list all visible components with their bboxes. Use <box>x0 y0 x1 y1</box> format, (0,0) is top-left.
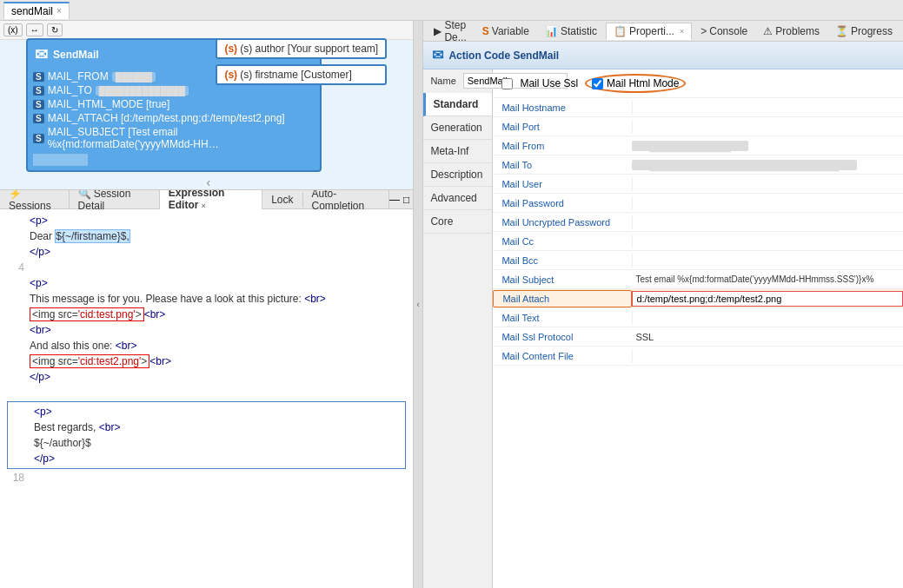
action-title: Action Code SendMail <box>448 50 559 62</box>
code-line-5: <p> <box>7 275 406 291</box>
value-to: ████████████████████████████ <box>632 160 856 170</box>
label-attach[interactable]: Mail Attach <box>493 290 632 307</box>
sidebar-item-generation[interactable]: Generation <box>423 116 492 140</box>
form-row-from: Mail From ████████████ <box>493 136 903 155</box>
code-highlight-firstname: ${~/firstname}$, <box>55 229 129 243</box>
label-html-mode: Mail Html Mode <box>607 77 679 89</box>
rtab-problems[interactable]: ⚠ Problems <box>756 23 827 39</box>
tab-sendmail-label: sendMail <box>11 5 53 17</box>
tab-expression-close[interactable]: × <box>201 202 205 210</box>
sidebar-item-core[interactable]: Core <box>423 210 492 234</box>
input-hostname[interactable] <box>632 101 903 115</box>
sidebar-item-standard[interactable]: Standard <box>423 93 492 116</box>
value-from: ████████████ <box>632 141 748 151</box>
row-value-1: ██████████████ <box>96 86 189 96</box>
code-line-13: <p> <box>11 404 402 420</box>
left-panel: (x) ↔ ↻ ✉ SendMail S MAIL_FROM ██████ <box>0 21 414 588</box>
value-ssl-protocol: SSL <box>632 330 903 344</box>
toolbar-btn-1[interactable]: (x) <box>3 23 23 36</box>
row-label-4: MAIL_SUBJECT [Test email %x{md:formatDat… <box>48 126 315 150</box>
input-cc[interactable] <box>632 235 903 248</box>
action-header: ✉ Action Code SendMail <box>423 42 903 69</box>
tab-sendmail[interactable]: sendMail × <box>3 2 70 19</box>
main-area: (x) ↔ ↻ ✉ SendMail S MAIL_FROM ██████ <box>0 21 903 588</box>
label-bcc[interactable]: Mail Bcc <box>493 253 632 268</box>
tab-lock[interactable]: Lock <box>262 192 302 208</box>
code-signature-block: <p> Best regards, <br> ${~/author}$ </p> <box>7 401 406 469</box>
tab-action-min[interactable]: — <box>389 194 400 206</box>
label-user[interactable]: Mail User <box>493 176 632 192</box>
tab-action-max[interactable]: □ <box>403 194 409 206</box>
rtab-properti-close[interactable]: × <box>680 27 684 36</box>
row-badge-0: S <box>33 72 44 82</box>
label-use-ssl: Mail Use Ssl <box>520 77 578 89</box>
input-user[interactable] <box>632 177 903 191</box>
var-author-label: (s) author [Your support team] <box>240 43 378 55</box>
input-bcc[interactable] <box>632 254 903 268</box>
label-port[interactable]: Mail Port <box>493 119 632 135</box>
label-hostname[interactable]: Mail Hostname <box>493 100 632 116</box>
form-row-hostname: Mail Hostname <box>493 98 903 117</box>
rtab-step-de[interactable]: ▶ Step De... <box>427 17 473 45</box>
toolbar-btn-2[interactable]: ↔ <box>26 23 43 36</box>
node-row-mail-to: S MAIL_TO ██████████████ <box>31 83 316 97</box>
right-panel: ▶ Step De... S Variable 📊 Statistic 📋 Pr… <box>423 21 903 588</box>
action-mail-icon: ✉ <box>432 47 443 63</box>
panel-collapse-handle[interactable]: ‹ <box>414 21 423 588</box>
row-badge-3: S <box>33 114 44 123</box>
label-content-file[interactable]: Mail Content File <box>493 348 632 364</box>
code-line-10: <img src='cid:test2.png'><br> <box>7 353 406 369</box>
rtab-variable[interactable]: S Variable <box>475 23 536 39</box>
code-line-2: Dear ${~/firstname}$, <box>7 228 406 244</box>
input-port[interactable] <box>632 120 903 134</box>
code-line-12 <box>7 385 406 400</box>
label-cc[interactable]: Mail Cc <box>493 234 632 249</box>
form-row-password: Mail Password <box>493 194 903 213</box>
name-row: Name <box>423 69 492 93</box>
input-mail-text[interactable] <box>632 311 903 325</box>
label-ssl-protocol[interactable]: Mail Ssl Protocol <box>493 329 632 345</box>
input-password[interactable] <box>632 196 903 210</box>
input-content-file[interactable] <box>632 349 903 363</box>
label-password[interactable]: Mail Password <box>493 195 632 211</box>
node-row-mail-attach: S MAIL_ATTACH [d:/temp/test.png;d:/temp/… <box>31 111 316 125</box>
checkbox-use-ssl[interactable] <box>501 78 513 89</box>
checkbox-html-mode[interactable] <box>592 78 603 89</box>
label-subject[interactable]: Mail Subject <box>493 272 632 287</box>
form-row-user: Mail User <box>493 175 903 194</box>
sidebar-item-description[interactable]: Description <box>423 163 492 187</box>
input-uncrypted-password[interactable] <box>632 215 903 229</box>
canvas-toolbar: (x) ↔ ↻ <box>0 21 413 40</box>
form-row-bcc: Mail Bcc <box>493 251 903 270</box>
row-badge-2: S <box>33 100 44 109</box>
code-editor[interactable]: <p> Dear ${~/firstname}$, </p> 4 <box>0 209 413 588</box>
sidebar-item-meta-inf[interactable]: Meta-Inf <box>423 140 492 163</box>
props-sidebar: Name Standard Generation Meta-Inf Descri… <box>423 69 493 588</box>
form-row-attach: Mail Attach d:/temp/test.png;d:/temp/tes… <box>493 289 903 308</box>
step-de-icon: ▶ <box>434 25 442 37</box>
row-label-0: MAIL_FROM <box>48 70 109 83</box>
rtab-console[interactable]: > Console <box>694 23 754 39</box>
sidebar-item-advanced[interactable]: Advanced <box>423 187 492 210</box>
node-row-mail-html: S MAIL_HTML_MODE [true] <box>31 97 316 111</box>
row-label-2: MAIL_HTML_MODE [true] <box>48 98 170 110</box>
var-firstname-label: (s) firstname [Customer] <box>240 69 352 81</box>
label-to[interactable]: Mail To <box>493 157 632 173</box>
label-mail-text[interactable]: Mail Text <box>493 310 632 326</box>
code-line-15: ${~/author}$ <box>11 435 402 451</box>
rtab-statistic[interactable]: 📊 Statistic <box>538 23 604 39</box>
code-line-3: </p> <box>7 244 406 260</box>
tab-sendmail-close[interactable]: × <box>56 6 62 16</box>
row-label-1: MAIL_TO <box>48 84 92 96</box>
label-uncrypted-password[interactable]: Mail Uncrypted Password <box>493 215 632 230</box>
rtab-properti[interactable]: 📋 Properti... × <box>606 23 692 40</box>
properti-icon: 📋 <box>614 25 627 37</box>
variable-icon: S <box>482 25 489 37</box>
rtab-progress[interactable]: ⏳ Progress <box>828 23 900 39</box>
row-badge-4: S <box>33 134 44 143</box>
label-from[interactable]: Mail From <box>493 138 632 154</box>
name-label: Name <box>430 76 455 86</box>
form-row-cc: Mail Cc <box>493 232 903 251</box>
toolbar-btn-3[interactable]: ↻ <box>47 23 63 36</box>
canvas-collapse-arrow[interactable]: ‹ <box>207 175 211 189</box>
